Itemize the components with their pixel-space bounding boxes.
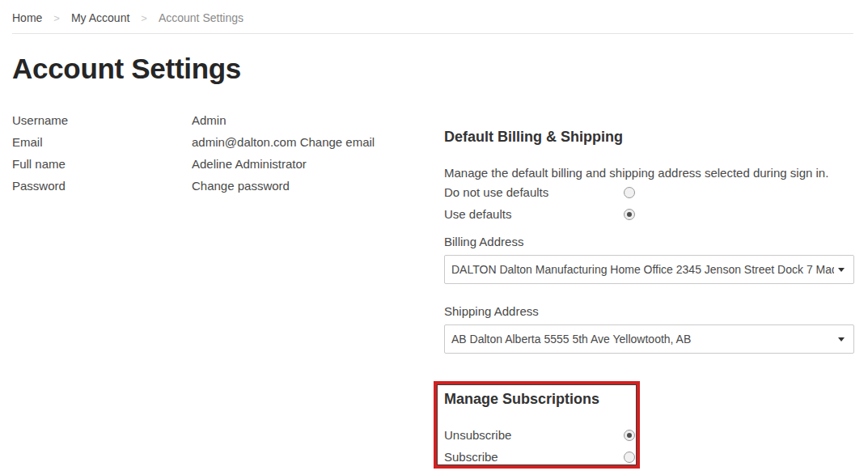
subscription-option-row: Unsubscribe xyxy=(444,424,637,446)
change-email-link[interactable]: Change email xyxy=(300,135,375,149)
billing-shipping-panel: Default Billing & Shipping Manage the de… xyxy=(444,109,854,469)
account-info-row-fullname: Full name Adeline Administrator xyxy=(12,153,444,175)
subscription-options: Unsubscribe Subscribe xyxy=(444,424,637,468)
billing-address-select[interactable]: DALTON Dalton Manufacturing Home Office … xyxy=(444,255,854,284)
manage-subscriptions-title: Manage Subscriptions xyxy=(444,391,637,408)
chevron-down-icon xyxy=(838,337,845,341)
account-info-row-username: Username Admin xyxy=(12,109,444,131)
use-defaults-label: Use defaults xyxy=(444,207,624,221)
use-defaults-radio[interactable] xyxy=(624,209,635,220)
defaults-option-row: Use defaults xyxy=(444,203,854,225)
unsubscribe-radio[interactable] xyxy=(624,430,635,441)
username-label: Username xyxy=(12,109,192,131)
manage-subscriptions-highlight-box: Manage Subscriptions Unsubscribe Subscri… xyxy=(434,381,640,469)
page-title: Account Settings xyxy=(12,53,868,85)
full-name-label: Full name xyxy=(12,153,192,175)
breadcrumb-separator-icon: > xyxy=(141,12,147,24)
breadcrumb-my-account[interactable]: My Account xyxy=(71,11,129,24)
username-value: Admin xyxy=(192,109,227,131)
shipping-address-label: Shipping Address xyxy=(444,301,854,317)
subscribe-label: Subscribe xyxy=(444,450,624,464)
do-not-use-defaults-label: Do not use defaults xyxy=(444,185,624,199)
email-address: admin@dalton.com xyxy=(192,135,296,149)
breadcrumb-separator-icon: > xyxy=(53,12,60,24)
breadcrumb: Home > My Account > Account Settings xyxy=(0,0,868,33)
breadcrumb-home[interactable]: Home xyxy=(12,11,42,24)
unsubscribe-label: Unsubscribe xyxy=(444,428,624,442)
account-info-panel: Username Admin Email admin@dalton.com Ch… xyxy=(12,109,444,469)
account-info-row-email: Email admin@dalton.com Change email xyxy=(12,131,444,153)
chevron-down-icon xyxy=(838,268,845,272)
breadcrumb-divider xyxy=(12,33,853,34)
defaults-option-row: Do not use defaults xyxy=(444,181,854,203)
full-name-value: Adeline Administrator xyxy=(192,153,307,175)
email-label: Email xyxy=(12,131,192,153)
billing-shipping-title: Default Billing & Shipping xyxy=(444,129,854,146)
shipping-address-select[interactable]: AB Dalton Alberta 5555 5th Ave Yellowtoo… xyxy=(444,324,854,354)
do-not-use-defaults-radio[interactable] xyxy=(624,187,635,198)
password-value: Change password xyxy=(192,175,290,197)
password-label: Password xyxy=(12,175,192,197)
shipping-address-selected-value: AB Dalton Alberta 5555 5th Ave Yellowtoo… xyxy=(451,333,834,346)
email-value: admin@dalton.com Change email xyxy=(192,131,375,153)
breadcrumb-current-page: Account Settings xyxy=(159,11,243,24)
subscribe-radio[interactable] xyxy=(624,452,635,463)
subscription-option-row: Subscribe xyxy=(444,446,637,468)
billing-shipping-description: Manage the default billing and shipping … xyxy=(444,165,854,181)
change-password-link[interactable]: Change password xyxy=(192,179,290,193)
billing-address-label: Billing Address xyxy=(444,231,854,248)
main-content: Username Admin Email admin@dalton.com Ch… xyxy=(0,109,868,469)
billing-address-selected-value: DALTON Dalton Manufacturing Home Office … xyxy=(451,263,834,276)
account-info-row-password: Password Change password xyxy=(12,175,444,197)
